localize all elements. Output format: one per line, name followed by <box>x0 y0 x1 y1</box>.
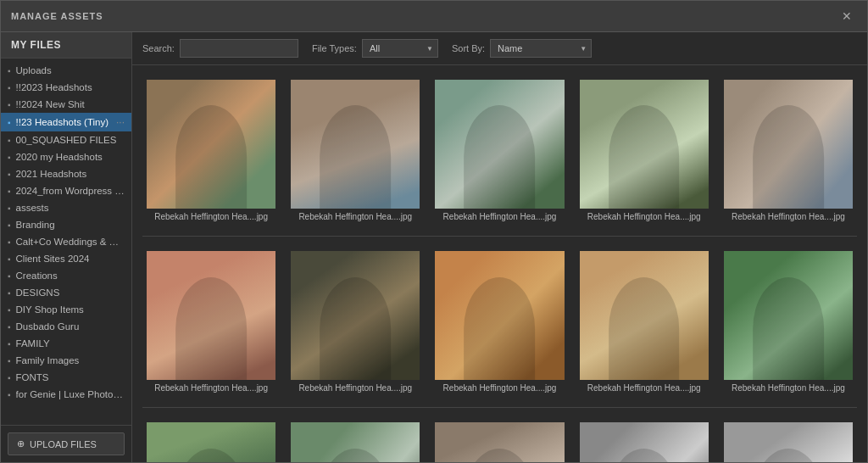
folder-icon: ▪ <box>8 100 11 109</box>
sidebar-item-branding[interactable]: ▪ Branding <box>1 216 131 233</box>
file-item[interactable]: Rebekah Heffington Hea....jpg <box>287 247 424 397</box>
file-thumbnail <box>435 251 564 380</box>
sidebar-item-label: !!23 Headshots (Tiny) <box>16 117 109 127</box>
sidebar-item-label: Branding <box>16 220 55 230</box>
file-thumbnail <box>724 422 853 462</box>
folder-icon: ▪ <box>8 136 11 145</box>
file-name: Rebekah Heffington Hea....jpg <box>724 383 853 393</box>
file-thumbnail <box>580 80 709 209</box>
folder-icon: ▪ <box>8 187 11 196</box>
file-item[interactable]: Rebekah Heffington Hea....jpg <box>287 75 424 226</box>
file-name: Rebekah Heffington Hea....jpg <box>147 212 275 221</box>
file-item[interactable]: Rebekah Heffington Hea....jpg <box>576 247 713 397</box>
file-item[interactable]: Rebekah Heffington Hea....jpg <box>576 418 713 462</box>
file-item[interactable]: Rebekah Heffington Hea....jpg <box>142 247 280 397</box>
file-item[interactable]: Rebekah Heffington Hea....jpg <box>431 418 568 462</box>
sidebar-item-2024wordpress[interactable]: ▪ 2024_from Wordpress GC... <box>1 182 131 199</box>
file-thumbnail <box>291 80 420 209</box>
main-content: Search: File Types: AllImagesVideosDocum… <box>132 32 867 462</box>
sidebar-item-uploads[interactable]: ▪ Uploads <box>1 62 131 79</box>
sidebar-item-fonts[interactable]: ▪ FONTS <box>1 369 131 386</box>
sidebar-item-caltco[interactable]: ▪ Calt+Co Weddings & Events <box>1 233 131 250</box>
modal-title: MANAGE ASSETS <box>11 11 103 21</box>
folder-icon: ▪ <box>8 288 11 298</box>
sidebar-item-label: 2020 my Headshots <box>16 152 103 162</box>
sidebar-item-designs[interactable]: ▪ DESIGNS <box>1 284 131 301</box>
sidebar-item-genie[interactable]: ▪ for Genie | Luxe Photogra... <box>1 386 131 403</box>
file-name: Rebekah Heffington Hea....jpg <box>291 212 420 221</box>
file-item[interactable]: Rebekah Heffington Hea....jpg <box>287 418 424 462</box>
file-thumbnail <box>147 251 275 380</box>
sidebar-item-label: DESIGNS <box>16 287 60 298</box>
upload-files-button[interactable]: ⊕ UPLOAD FILES <box>8 432 125 455</box>
sidebar-item-label: assests <box>16 203 49 213</box>
sidebar-item-label: FAMILY <box>16 338 50 349</box>
sidebar-item-label: Client Sites 2024 <box>16 254 90 264</box>
sidebar-item-dusbado[interactable]: ▪ Dusbado Guru <box>1 318 131 335</box>
file-item[interactable]: Rebekah Heffington Hea....jpg <box>576 75 713 226</box>
filetypes-group: File Types: AllImagesVideosDocuments <box>312 39 438 58</box>
folder-icon: ▪ <box>8 170 11 179</box>
folder-icon: ▪ <box>8 356 11 365</box>
sidebar-item-creations[interactable]: ▪ Creations <box>1 267 131 284</box>
file-grid: Rebekah Heffington Hea....jpg Rebekah He… <box>132 65 867 462</box>
sidebar-item-family[interactable]: ▪ FAMILY <box>1 335 131 352</box>
filetypes-label: File Types: <box>312 43 357 53</box>
modal-header: MANAGE ASSETS ✕ <box>1 1 867 32</box>
sidebar-item-familyimages[interactable]: ▪ Family Images <box>1 352 131 369</box>
file-item[interactable]: Rebekah Heffington Hea....jpg <box>720 75 857 226</box>
sidebar-item-label: Uploads <box>16 65 52 75</box>
sidebar-item-2020headshots[interactable]: ▪ 2020 my Headshots <box>1 148 131 165</box>
sidebar-item-dots: ··· <box>116 116 125 128</box>
file-item[interactable]: Rebekah Heffington Hea....jpg <box>142 75 280 226</box>
filetypes-select[interactable]: AllImagesVideosDocuments <box>362 39 438 58</box>
file-item[interactable]: Rebekah Heffington Hea....jpg <box>720 418 857 462</box>
file-thumbnail <box>724 251 853 380</box>
folder-icon: ▪ <box>8 339 11 349</box>
folder-icon: ▪ <box>8 220 11 230</box>
file-item[interactable]: Rebekah Heffington Hea....jpg <box>431 247 568 397</box>
sortby-select[interactable]: NameDateSizeType <box>490 39 592 58</box>
file-thumbnail <box>291 422 420 462</box>
sidebar-item-label: Calt+Co Weddings & Events <box>16 237 125 247</box>
sidebar-item-2023headshots[interactable]: ▪ !!2023 Headshots <box>1 79 131 96</box>
sidebar-item-label: DIY Shop Items <box>16 304 84 315</box>
file-item[interactable]: Rebekah Heffington Hea....jpg <box>720 247 857 397</box>
folder-icon: ▪ <box>8 271 11 281</box>
sidebar: MY FILES ▪ Uploads ▪ !!2023 Headshots ▪ … <box>1 32 132 462</box>
sidebar-item-23headshots-tiny[interactable]: ▪ !!23 Headshots (Tiny) ··· <box>1 113 131 131</box>
manage-assets-modal: MANAGE ASSETS ✕ MY FILES ▪ Uploads ▪ !!2… <box>0 0 868 463</box>
search-group: Search: <box>142 39 298 58</box>
sidebar-item-label: Dusbado Guru <box>16 321 80 332</box>
sidebar-item-2021headshots[interactable]: ▪ 2021 Headshots <box>1 165 131 182</box>
row-divider <box>142 236 857 237</box>
sidebar-item-assests[interactable]: ▪ assests <box>1 199 131 216</box>
folder-icon: ▪ <box>8 118 11 127</box>
sidebar-item-label: 2021 Headshots <box>16 169 87 179</box>
sidebar-item-label: FONTS <box>16 372 49 382</box>
file-thumbnail <box>580 251 709 380</box>
file-name: Rebekah Heffington Hea....jpg <box>580 212 709 221</box>
folder-icon: ▪ <box>8 373 11 382</box>
sidebar-item-label: Creations <box>16 271 58 281</box>
folder-icon: ▪ <box>8 83 11 92</box>
folder-icon: ▪ <box>8 390 11 399</box>
sidebar-footer: ⊕ UPLOAD FILES <box>1 425 131 462</box>
sortby-label: Sort By: <box>452 43 485 53</box>
sidebar-item-clientsites[interactable]: ▪ Client Sites 2024 <box>1 250 131 267</box>
sidebar-item-label: 2024_from Wordpress GC... <box>16 186 125 196</box>
folder-icon: ▪ <box>8 322 11 332</box>
folder-icon: ▪ <box>8 153 11 162</box>
file-item[interactable]: Rebekah Heffington Hea....jpg <box>142 418 280 462</box>
file-thumbnail <box>435 422 564 462</box>
sidebar-list: ▪ Uploads ▪ !!2023 Headshots ▪ !!2024 Ne… <box>1 59 131 425</box>
sidebar-item-2024newshit[interactable]: ▪ !!2024 New Shit <box>1 96 131 113</box>
sidebar-item-diyshop[interactable]: ▪ DIY Shop Items <box>1 301 131 318</box>
close-button[interactable]: ✕ <box>837 8 857 25</box>
file-item[interactable]: Rebekah Heffington Hea....jpg <box>431 75 568 226</box>
search-input[interactable] <box>180 39 298 58</box>
sidebar-item-label: !!2023 Headshots <box>16 82 92 92</box>
sidebar-item-squashed[interactable]: ▪ 00_SQUASHED FILES <box>1 131 131 148</box>
folder-icon: ▪ <box>8 237 11 247</box>
sidebar-item-label: 00_SQUASHED FILES <box>16 135 117 145</box>
